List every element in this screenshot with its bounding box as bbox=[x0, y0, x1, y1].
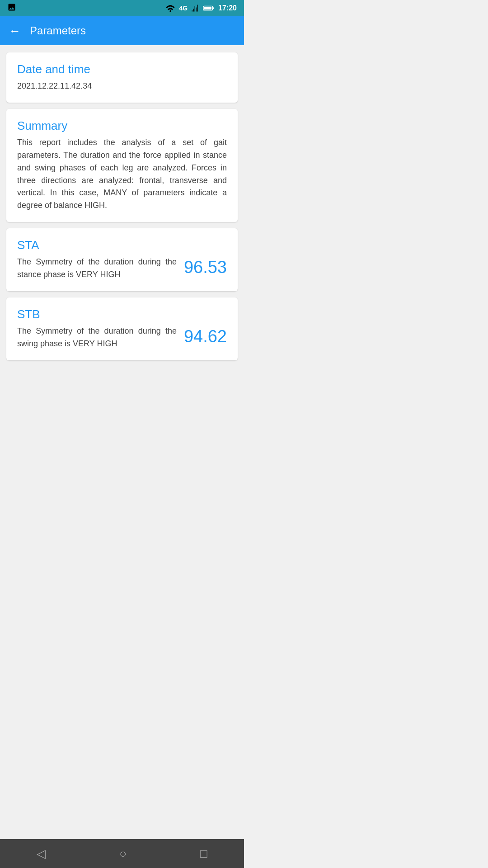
svg-rect-1 bbox=[212, 7, 214, 9]
summary-text: This report includes the analysis of a s… bbox=[17, 137, 227, 212]
app-bar-title: Parameters bbox=[30, 24, 86, 37]
sta-value: 96.53 bbox=[184, 258, 227, 277]
date-time-card: Date and time 2021.12.22.11.42.34 bbox=[6, 52, 238, 103]
signal-icon bbox=[191, 5, 199, 12]
time-display: 17:20 bbox=[218, 4, 237, 12]
status-photo-icon bbox=[7, 3, 16, 14]
stb-value: 94.62 bbox=[184, 327, 227, 346]
date-time-title: Date and time bbox=[17, 62, 227, 76]
stb-value-row: The Symmetry of the duration during the … bbox=[17, 325, 227, 350]
sta-text: The Symmetry of the duration during the … bbox=[17, 256, 177, 281]
date-time-value: 2021.12.22.11.42.34 bbox=[17, 80, 227, 93]
app-bar: ← Parameters bbox=[0, 16, 244, 45]
stb-title: STB bbox=[17, 307, 227, 321]
sta-title: STA bbox=[17, 238, 227, 252]
back-button[interactable]: ← bbox=[9, 24, 21, 38]
content-area: Date and time 2021.12.22.11.42.34 Summar… bbox=[0, 45, 244, 368]
stb-text: The Symmetry of the duration during the … bbox=[17, 325, 177, 350]
sta-value-row: The Symmetry of the duration during the … bbox=[17, 256, 227, 281]
svg-rect-2 bbox=[204, 7, 211, 10]
status-bar: 4G 17:20 bbox=[0, 0, 244, 16]
battery-icon bbox=[203, 5, 215, 11]
network-label: 4G bbox=[179, 5, 188, 12]
sta-card: STA The Symmetry of the duration during … bbox=[6, 228, 238, 291]
summary-title: Summary bbox=[17, 119, 227, 133]
wifi-icon bbox=[165, 5, 175, 12]
summary-card: Summary This report includes the analysi… bbox=[6, 109, 238, 222]
stb-card: STB The Symmetry of the duration during … bbox=[6, 297, 238, 360]
